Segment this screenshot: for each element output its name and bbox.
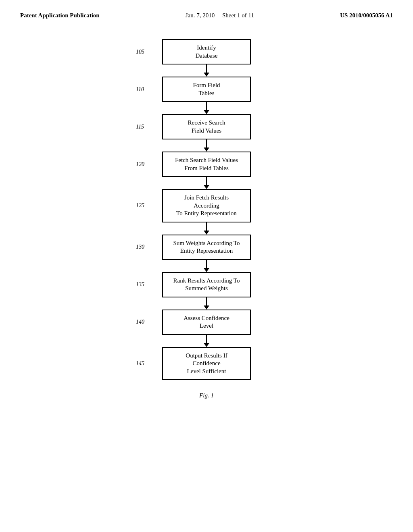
step-label-120: 120 <box>136 161 144 168</box>
sheet-label: Sheet 1 of 11 <box>222 12 254 19</box>
page-header: Patent Application Publication Jan. 7, 2… <box>0 0 413 23</box>
date-label: Jan. 7, 2010 <box>186 12 215 19</box>
arrow-5 <box>8 222 405 235</box>
arrow-4 <box>8 177 405 189</box>
step-row-135: 135 Rank Results According ToSummed Weig… <box>8 272 405 297</box>
figure-caption: Fig. 1 <box>199 392 214 399</box>
step-row-125: 125 Join Fetch Results AccordingTo Entit… <box>8 189 405 222</box>
arrow-8 <box>8 335 405 347</box>
step-box-130: Sum Weights According ToEntity Represent… <box>162 235 251 260</box>
step-label-110: 110 <box>136 86 144 93</box>
arrow-2 <box>8 102 405 114</box>
step-label-130: 130 <box>136 244 144 250</box>
step-row-120: 120 Fetch Search Field ValuesFrom Field … <box>8 152 405 177</box>
step-label-105: 105 <box>136 49 144 55</box>
flowchart-diagram: 105 IdentifyDatabase 110 Form FieldTable… <box>0 23 413 407</box>
patent-number: US 2010/0005056 A1 <box>340 12 393 19</box>
publication-label: Patent Application Publication <box>20 12 100 19</box>
step-row-110: 110 Form FieldTables <box>8 77 405 102</box>
step-label-125: 125 <box>136 202 144 209</box>
step-box-135: Rank Results According ToSummed Weights <box>162 272 251 297</box>
step-label-115: 115 <box>136 124 144 130</box>
step-label-140: 140 <box>136 319 144 325</box>
step-box-140: Assess ConfidenceLevel <box>162 310 251 335</box>
step-box-110: Form FieldTables <box>162 77 251 102</box>
step-row-140: 140 Assess ConfidenceLevel <box>8 310 405 335</box>
step-label-135: 135 <box>136 281 144 288</box>
arrow-1 <box>8 64 405 77</box>
step-box-120: Fetch Search Field ValuesFrom Field Tabl… <box>162 152 251 177</box>
step-box-125: Join Fetch Results AccordingTo Entity Re… <box>162 189 251 222</box>
step-label-145: 145 <box>136 360 144 367</box>
step-row-105: 105 IdentifyDatabase <box>8 39 405 64</box>
arrow-3 <box>8 139 405 152</box>
arrow-6 <box>8 260 405 272</box>
step-row-115: 115 Receive SearchField Values <box>8 114 405 139</box>
step-box-145: Output Results If ConfidenceLevel Suffic… <box>162 347 251 380</box>
step-box-115: Receive SearchField Values <box>162 114 251 139</box>
step-row-130: 130 Sum Weights According ToEntity Repre… <box>8 235 405 260</box>
step-box-105: IdentifyDatabase <box>162 39 251 64</box>
step-row-145: 145 Output Results If ConfidenceLevel Su… <box>8 347 405 380</box>
arrow-7 <box>8 297 405 310</box>
header-center: Jan. 7, 2010 Sheet 1 of 11 <box>186 12 254 19</box>
